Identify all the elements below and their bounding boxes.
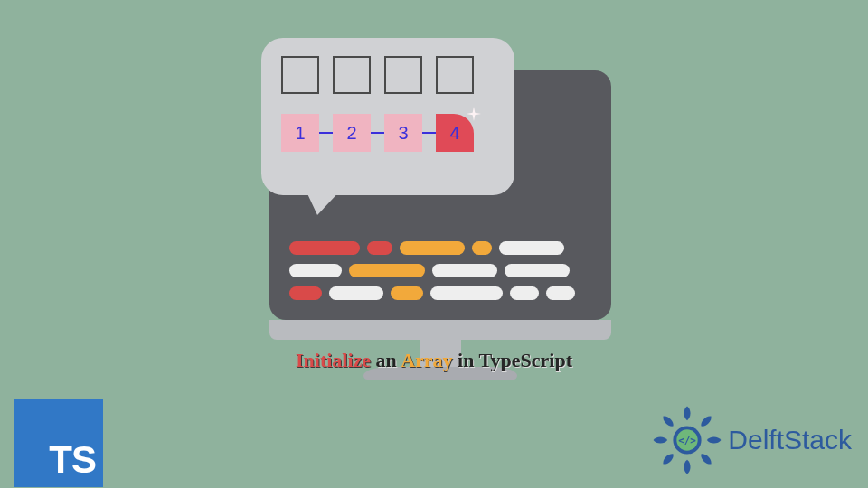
delftstack-brand: </> DelftStack: [652, 405, 852, 475]
array-value: 1: [281, 114, 319, 152]
title-caption: Initialize an Array in TypeScript: [0, 349, 868, 372]
caption-word-initialize: Initialize: [296, 349, 371, 371]
code-pill: [510, 286, 539, 300]
code-pill: [546, 286, 575, 300]
code-pill: [430, 286, 503, 300]
array-slot: [436, 56, 474, 94]
code-pill: [367, 241, 392, 255]
code-pill: [289, 264, 342, 277]
code-pill: [349, 264, 425, 277]
caption-rest: in TypeScript: [458, 349, 572, 371]
code-pill: [289, 286, 322, 300]
delftstack-logo-icon: </>: [652, 405, 722, 475]
code-pill: [472, 241, 492, 255]
array-slot: [281, 56, 319, 94]
array-slot: [333, 56, 371, 94]
array-bubble: 1 2 3 4: [261, 38, 514, 195]
array-link: [371, 132, 384, 134]
code-pill: [499, 241, 564, 255]
array-link: [319, 132, 333, 134]
filled-array-row: 1 2 3 4: [281, 114, 495, 152]
bubble-tail: [305, 188, 343, 215]
code-pill: [391, 286, 423, 300]
ts-badge-text: TS: [49, 438, 96, 482]
code-pill: [432, 264, 497, 277]
svg-text:</>: </>: [678, 435, 696, 446]
sparkle-icon: [467, 107, 481, 121]
array-value: 3: [384, 114, 422, 152]
code-pill: [289, 241, 360, 255]
array-slot: [384, 56, 422, 94]
code-pill: [329, 286, 383, 300]
empty-boxes-row: [281, 56, 495, 94]
monitor-bezel: [269, 320, 611, 340]
array-value-label: 4: [449, 123, 459, 144]
array-link: [422, 132, 436, 134]
array-value: 2: [333, 114, 371, 152]
caption-word-an: an: [376, 349, 397, 371]
delftstack-text: DelftStack: [728, 425, 852, 455]
typescript-badge: TS: [14, 399, 103, 487]
caption-word-array: Array: [401, 349, 452, 371]
code-area: [289, 232, 591, 300]
array-value-highlight: 4: [436, 114, 474, 152]
code-pill: [505, 264, 570, 277]
code-pill: [400, 241, 465, 255]
